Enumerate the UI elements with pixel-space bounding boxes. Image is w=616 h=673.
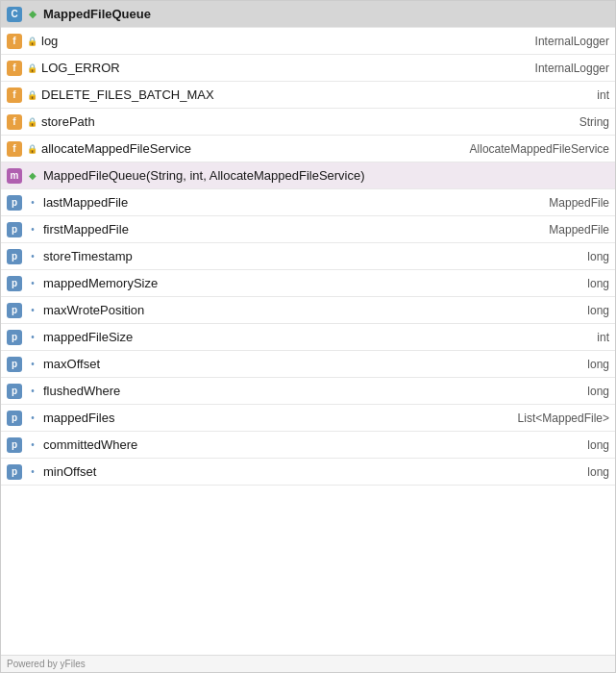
item-label: storeTimestamp: [43, 249, 133, 263]
item-label: mappedFiles: [43, 411, 114, 425]
list-item[interactable]: f🔒logInternalLogger: [1, 28, 615, 55]
access-dot-icon: •: [26, 465, 39, 479]
item-label: mappedMemorySize: [43, 276, 158, 290]
p-icon: p: [7, 276, 22, 291]
item-label: LOG_ERROR: [41, 61, 120, 75]
access-dot-icon: •: [26, 385, 39, 398]
footer-left: Powered by yFiles: [7, 659, 86, 669]
m-icon: m: [7, 168, 22, 184]
p-icon: p: [7, 303, 22, 318]
return-type-label: AllocateMappedFileService: [470, 142, 609, 156]
item-label: MappedFileQueue: [43, 7, 151, 21]
public-icon: ◆: [26, 8, 39, 21]
item-label: DELETE_FILES_BATCH_MAX: [41, 87, 214, 102]
list-item[interactable]: C◆MappedFileQueue: [1, 1, 615, 28]
return-type-label: long: [587, 304, 609, 317]
return-type-label: long: [587, 250, 609, 263]
item-label: mappedFileSize: [43, 330, 133, 344]
return-type-label: long: [587, 465, 609, 479]
p-icon: p: [7, 195, 22, 211]
list-item[interactable]: f🔒DELETE_FILES_BATCH_MAXint: [1, 82, 615, 109]
f-icon: f: [7, 34, 22, 49]
return-type-label: int: [597, 331, 609, 344]
item-label: log: [41, 34, 58, 48]
return-type-label: InternalLogger: [535, 62, 609, 75]
f-icon: f: [7, 141, 22, 157]
item-label: maxWrotePosition: [43, 303, 144, 317]
p-icon: p: [7, 222, 22, 237]
public-icon: ◆: [26, 169, 39, 183]
list-item[interactable]: p•mappedMemorySizelong: [1, 270, 615, 297]
lock-icon: 🔒: [26, 36, 37, 47]
list-item[interactable]: f🔒allocateMappedFileServiceAllocateMappe…: [1, 136, 615, 162]
list-item[interactable]: m◆MappedFileQueue(String, int, AllocateM…: [1, 162, 615, 189]
item-label: allocateMappedFileService: [41, 141, 191, 156]
p-icon: p: [7, 411, 22, 426]
footer: Powered by yFiles: [1, 655, 615, 672]
item-label: firstMappedFile: [43, 222, 129, 237]
lock-icon: 🔒: [26, 89, 37, 101]
p-icon: p: [7, 437, 22, 453]
p-icon: p: [7, 357, 22, 372]
p-icon: p: [7, 249, 22, 264]
list-item[interactable]: p•mappedFileSizeint: [1, 324, 615, 351]
main-container: C◆MappedFileQueuef🔒logInternalLoggerf🔒LO…: [0, 0, 616, 673]
item-label: maxOffset: [43, 357, 100, 371]
c-icon: C: [7, 7, 22, 22]
lock-icon: 🔒: [26, 62, 37, 74]
return-type-label: String: [579, 115, 609, 129]
lock-icon: 🔒: [26, 143, 37, 155]
list-item[interactable]: p•flushedWherelong: [1, 378, 615, 405]
item-label: storePath: [41, 114, 95, 129]
list-item[interactable]: f🔒storePathString: [1, 109, 615, 136]
access-dot-icon: •: [26, 438, 39, 452]
return-type-label: MappedFile: [549, 196, 609, 210]
item-label: flushedWhere: [43, 384, 120, 398]
rows-container: C◆MappedFileQueuef🔒logInternalLoggerf🔒LO…: [1, 1, 615, 486]
return-type-label: int: [597, 88, 609, 102]
access-dot-icon: •: [26, 277, 39, 290]
return-type-label: MappedFile: [549, 223, 609, 237]
return-type-label: long: [587, 438, 609, 452]
list-item[interactable]: p•committedWherelong: [1, 432, 615, 459]
return-type-label: List<MappedFile>: [518, 411, 609, 425]
return-type-label: long: [587, 358, 609, 371]
return-type-label: long: [587, 385, 609, 398]
list-item[interactable]: f🔒LOG_ERRORInternalLogger: [1, 55, 615, 82]
list-item[interactable]: p•maxWrotePositionlong: [1, 297, 615, 324]
return-type-label: InternalLogger: [535, 35, 609, 48]
access-dot-icon: •: [26, 223, 39, 237]
item-label: minOffset: [43, 464, 96, 479]
list-item[interactable]: p•firstMappedFileMappedFile: [1, 216, 615, 243]
access-dot-icon: •: [26, 331, 39, 344]
p-icon: p: [7, 384, 22, 399]
f-icon: f: [7, 61, 22, 76]
f-icon: f: [7, 114, 22, 130]
access-dot-icon: •: [26, 304, 39, 317]
lock-icon: 🔒: [26, 116, 37, 128]
access-dot-icon: •: [26, 411, 39, 425]
list-item[interactable]: p•storeTimestamplong: [1, 243, 615, 270]
list-item[interactable]: p•mappedFilesList<MappedFile>: [1, 405, 615, 432]
list-item[interactable]: p•maxOffsetlong: [1, 351, 615, 378]
p-icon: p: [7, 464, 22, 480]
f-icon: f: [7, 87, 22, 103]
return-type-label: long: [587, 277, 609, 290]
p-icon: p: [7, 330, 22, 345]
item-label: committedWhere: [43, 437, 137, 452]
list-item[interactable]: p•lastMappedFileMappedFile: [1, 189, 615, 216]
item-label: lastMappedFile: [43, 195, 128, 210]
access-dot-icon: •: [26, 250, 39, 263]
access-dot-icon: •: [26, 358, 39, 371]
access-dot-icon: •: [26, 196, 39, 210]
item-label: MappedFileQueue(String, int, AllocateMap…: [43, 168, 365, 183]
list-item[interactable]: p•minOffsetlong: [1, 459, 615, 486]
